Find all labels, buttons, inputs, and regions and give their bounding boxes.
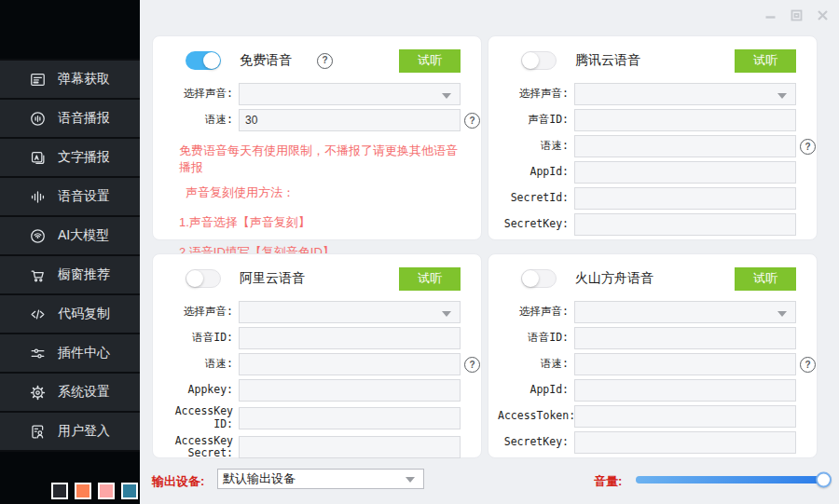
speed-input-volcano[interactable]: [575, 354, 795, 375]
voice-select-tencent[interactable]: [574, 83, 796, 105]
volume-label: 音量:: [594, 473, 622, 490]
preview-button-volcano[interactable]: 试听: [735, 267, 796, 291]
text-broadcast-icon: [28, 148, 47, 167]
accesskey-secret-input-aliyun[interactable]: [240, 437, 460, 457]
field-row: SecretId:: [498, 187, 796, 210]
theme-swatches: [51, 483, 138, 499]
field-row: 语音ID:: [498, 327, 796, 349]
toggle-knob: [186, 270, 203, 287]
help-icon[interactable]: [317, 53, 333, 69]
sidebar-item-text-broadcast[interactable]: 文字播报: [0, 139, 140, 178]
field-row: 选择声音:: [162, 301, 461, 323]
sidebar-item-system-settings[interactable]: 系统设置: [0, 374, 140, 413]
panel-title: 火山方舟语音: [575, 270, 653, 287]
panel-volcano-voice: 火山方舟语音 试听 选择声音: 语音ID: 语速: AppId: Acce: [488, 253, 818, 458]
toggle-knob: [203, 52, 220, 69]
field-label: 选择声音:: [498, 306, 569, 319]
sidebar-item-code-copy[interactable]: 代码复制: [0, 295, 140, 334]
output-device-select[interactable]: 默认输出设备: [217, 469, 424, 489]
sidebar-item-ai-model[interactable]: AI大模型: [0, 217, 140, 256]
panel-title: 阿里云语音: [240, 270, 305, 287]
field-label: 语速:: [162, 358, 233, 371]
tts-settings-window: 弹幕获取 语音播报 文字播报 语音设置: [0, 0, 839, 504]
field-row: AppId:: [498, 379, 796, 402]
theme-swatch-teal[interactable]: [121, 483, 138, 499]
preview-button-aliyun[interactable]: 试听: [399, 267, 461, 291]
panel-title: 腾讯云语音: [575, 52, 640, 69]
system-settings-icon: [28, 383, 47, 402]
voice-id-input-volcano[interactable]: [575, 328, 795, 348]
toggle-free-voice[interactable]: [186, 51, 221, 70]
help-icon[interactable]: [464, 113, 480, 129]
field-label: AccessKey Secret:: [162, 435, 233, 461]
volume-fill: [636, 476, 824, 484]
sidebar-item-voice-settings[interactable]: 语音设置: [0, 178, 140, 217]
sidebar-menu: 弹幕获取 语音播报 文字播报 语音设置: [0, 59, 140, 452]
field-label: AccessToken:: [498, 410, 569, 423]
appid-input-volcano[interactable]: [575, 380, 795, 401]
volume-slider[interactable]: [636, 476, 824, 484]
field-row: 选择声音:: [498, 301, 796, 323]
field-label: AppId:: [498, 166, 569, 179]
preview-button-free[interactable]: 试听: [399, 49, 461, 73]
maximize-button[interactable]: [788, 7, 805, 24]
field-label: 声音ID:: [498, 114, 569, 127]
panel-free-voice: 免费语音 试听 选择声音: 语速: 免费语音每天有使用限制，不播报了请更换其他语…: [152, 35, 482, 240]
help-icon[interactable]: [800, 139, 816, 155]
sidebar-item-voice-broadcast[interactable]: 语音播报: [0, 100, 140, 139]
minimize-button[interactable]: [762, 7, 779, 24]
field-label: 语音ID:: [162, 332, 233, 345]
voice-select-volcano[interactable]: [574, 301, 796, 323]
field-row: AccessToken:: [498, 405, 796, 428]
voice-id-input-aliyun[interactable]: [240, 328, 460, 348]
voice-id-input-tencent[interactable]: [575, 110, 795, 130]
sidebar-item-label: 系统设置: [58, 384, 110, 401]
toggle-volcano-voice[interactable]: [521, 269, 557, 288]
field-label: 语速:: [498, 140, 569, 153]
sidebar-item-label: 橱窗推荐: [58, 266, 110, 283]
field-label: 选择声音:: [162, 88, 233, 101]
help-icon[interactable]: [800, 357, 816, 373]
sidebar: 弹幕获取 语音播报 文字播报 语音设置: [0, 0, 140, 504]
close-button[interactable]: [814, 7, 832, 24]
field-row: 声音ID:: [498, 109, 796, 131]
volume-slider-handle[interactable]: [816, 472, 832, 488]
theme-swatch-pink[interactable]: [98, 483, 115, 499]
appid-input-tencent[interactable]: [575, 162, 795, 183]
sidebar-item-label: 语音设置: [58, 188, 110, 205]
sidebar-item-label: 弹幕获取: [58, 71, 110, 88]
secret-key-input-volcano[interactable]: [575, 432, 795, 453]
speed-input-aliyun[interactable]: [240, 354, 460, 375]
theme-swatch-dark[interactable]: [51, 483, 68, 499]
user-login-icon: [28, 422, 47, 441]
voice-settings-icon: [28, 187, 47, 206]
sidebar-item-user-login[interactable]: 用户登入: [0, 413, 140, 452]
access-token-input-volcano[interactable]: [575, 406, 795, 427]
field-row: SecretKey:: [498, 213, 796, 236]
panel-tencent-voice: 腾讯云语音 试听 选择声音: 声音ID: 语速: AppId: Secre: [488, 35, 818, 240]
appkey-input-aliyun[interactable]: [240, 380, 460, 401]
secret-id-input-tencent[interactable]: [575, 188, 795, 209]
voice-select-free[interactable]: [239, 83, 461, 105]
speed-input-free[interactable]: [240, 110, 460, 130]
help-icon[interactable]: [464, 357, 480, 373]
sidebar-item-label: 插件中心: [58, 345, 110, 361]
accesskey-id-input-aliyun[interactable]: [240, 408, 460, 429]
secret-key-input-tencent[interactable]: [575, 214, 795, 235]
toggle-tencent-voice[interactable]: [521, 51, 557, 70]
chevron-down-icon: [777, 93, 787, 99]
sidebar-item-label: AI大模型: [58, 227, 109, 244]
sidebar-item-showcase[interactable]: 橱窗推荐: [0, 256, 140, 295]
field-row: 选择声音:: [498, 83, 796, 105]
speed-input-tencent[interactable]: [575, 136, 795, 157]
voice-select-aliyun[interactable]: [239, 301, 461, 323]
sidebar-item-plugin-center[interactable]: 插件中心: [0, 334, 140, 374]
sidebar-item-danmu[interactable]: 弹幕获取: [0, 59, 140, 100]
field-row: 语速:: [162, 353, 461, 375]
field-row: AccessKey Secret:: [162, 435, 461, 461]
toggle-aliyun-voice[interactable]: [186, 269, 221, 288]
plugin-center-icon: [28, 344, 47, 362]
field-row: AccessKey ID:: [162, 405, 461, 431]
preview-button-tencent[interactable]: 试听: [735, 49, 796, 73]
theme-swatch-orange[interactable]: [75, 483, 91, 499]
